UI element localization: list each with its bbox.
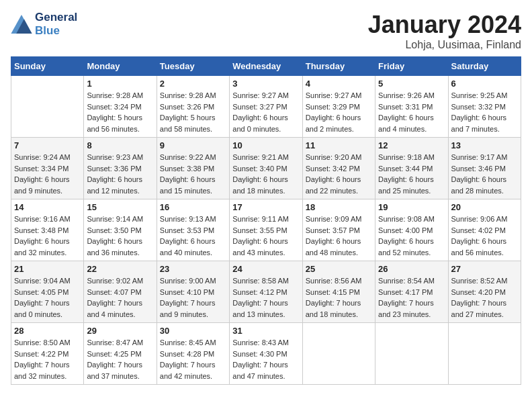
day-number: 1 xyxy=(87,79,153,89)
day-detail: Sunrise: 8:43 AM Sunset: 4:30 PM Dayligh… xyxy=(232,337,299,381)
calendar-cell: 6Sunrise: 9:25 AM Sunset: 3:32 PM Daylig… xyxy=(448,76,521,138)
day-detail: Sunrise: 8:58 AM Sunset: 4:12 PM Dayligh… xyxy=(232,275,299,320)
day-detail: Sunrise: 9:24 AM Sunset: 3:34 PM Dayligh… xyxy=(14,152,81,196)
day-detail: Sunrise: 9:23 AM Sunset: 3:36 PM Dayligh… xyxy=(87,152,153,196)
header: General Blue January 2024 Lohja, Uusimaa… xyxy=(11,11,521,51)
calendar-cell: 5Sunrise: 9:26 AM Sunset: 3:31 PM Daylig… xyxy=(375,76,448,138)
calendar-cell xyxy=(11,76,84,138)
day-detail: Sunrise: 9:06 AM Sunset: 4:02 PM Dayligh… xyxy=(451,214,518,258)
calendar-cell: 19Sunrise: 9:08 AM Sunset: 4:00 PM Dayli… xyxy=(375,199,448,261)
calendar-cell: 14Sunrise: 9:16 AM Sunset: 3:48 PM Dayli… xyxy=(11,199,84,261)
week-row-3: 14Sunrise: 9:16 AM Sunset: 3:48 PM Dayli… xyxy=(11,199,521,261)
calendar-cell: 15Sunrise: 9:14 AM Sunset: 3:50 PM Dayli… xyxy=(84,199,157,261)
day-detail: Sunrise: 8:54 AM Sunset: 4:17 PM Dayligh… xyxy=(378,275,445,320)
day-number: 5 xyxy=(378,79,445,89)
weekday-header-thursday: Thursday xyxy=(302,57,375,76)
calendar-cell: 4Sunrise: 9:27 AM Sunset: 3:29 PM Daylig… xyxy=(302,76,375,138)
week-row-4: 21Sunrise: 9:04 AM Sunset: 4:05 PM Dayli… xyxy=(11,261,521,323)
day-detail: Sunrise: 9:27 AM Sunset: 3:27 PM Dayligh… xyxy=(232,90,299,134)
calendar-cell xyxy=(302,323,375,385)
day-number: 12 xyxy=(378,140,445,150)
day-detail: Sunrise: 9:22 AM Sunset: 3:38 PM Dayligh… xyxy=(160,152,226,196)
day-detail: Sunrise: 9:14 AM Sunset: 3:50 PM Dayligh… xyxy=(87,214,153,258)
day-number: 15 xyxy=(87,202,153,212)
calendar-cell: 10Sunrise: 9:21 AM Sunset: 3:40 PM Dayli… xyxy=(230,138,302,199)
calendar-cell: 21Sunrise: 9:04 AM Sunset: 4:05 PM Dayli… xyxy=(11,261,84,323)
day-number: 25 xyxy=(306,264,372,274)
day-number: 27 xyxy=(451,264,518,274)
calendar-cell: 26Sunrise: 8:54 AM Sunset: 4:17 PM Dayli… xyxy=(375,261,448,323)
calendar-cell: 27Sunrise: 8:52 AM Sunset: 4:20 PM Dayli… xyxy=(448,261,521,323)
weekday-header-row: SundayMondayTuesdayWednesdayThursdayFrid… xyxy=(11,57,521,76)
day-detail: Sunrise: 8:47 AM Sunset: 4:25 PM Dayligh… xyxy=(87,337,153,381)
calendar-cell: 9Sunrise: 9:22 AM Sunset: 3:38 PM Daylig… xyxy=(157,138,229,199)
calendar-cell xyxy=(375,323,448,385)
calendar-cell: 28Sunrise: 8:50 AM Sunset: 4:22 PM Dayli… xyxy=(11,323,84,385)
day-number: 11 xyxy=(306,140,372,150)
day-number: 10 xyxy=(232,140,299,150)
calendar-cell: 30Sunrise: 8:45 AM Sunset: 4:28 PM Dayli… xyxy=(157,323,229,385)
calendar-cell: 24Sunrise: 8:58 AM Sunset: 4:12 PM Dayli… xyxy=(230,261,302,323)
calendar-cell: 1Sunrise: 9:28 AM Sunset: 3:24 PM Daylig… xyxy=(84,76,157,138)
day-detail: Sunrise: 9:28 AM Sunset: 3:24 PM Dayligh… xyxy=(87,90,153,134)
calendar-cell: 3Sunrise: 9:27 AM Sunset: 3:27 PM Daylig… xyxy=(230,76,302,138)
calendar-cell: 8Sunrise: 9:23 AM Sunset: 3:36 PM Daylig… xyxy=(84,138,157,199)
calendar-cell: 22Sunrise: 9:02 AM Sunset: 4:07 PM Dayli… xyxy=(84,261,157,323)
day-detail: Sunrise: 9:16 AM Sunset: 3:48 PM Dayligh… xyxy=(14,214,81,258)
day-detail: Sunrise: 9:09 AM Sunset: 3:57 PM Dayligh… xyxy=(306,214,372,258)
day-number: 16 xyxy=(160,202,226,212)
weekday-header-friday: Friday xyxy=(375,57,448,76)
day-detail: Sunrise: 8:56 AM Sunset: 4:15 PM Dayligh… xyxy=(306,275,372,320)
logo: General Blue xyxy=(11,11,77,37)
day-number: 29 xyxy=(87,326,153,336)
day-number: 4 xyxy=(306,79,372,89)
calendar-title: January 2024 xyxy=(368,11,521,39)
day-number: 28 xyxy=(14,326,81,336)
logo-line2: Blue xyxy=(35,24,77,38)
calendar-cell: 31Sunrise: 8:43 AM Sunset: 4:30 PM Dayli… xyxy=(230,323,302,385)
day-number: 24 xyxy=(232,264,299,274)
day-detail: Sunrise: 9:26 AM Sunset: 3:31 PM Dayligh… xyxy=(378,90,445,134)
weekday-header-wednesday: Wednesday xyxy=(230,57,302,76)
calendar-cell xyxy=(448,323,521,385)
day-number: 2 xyxy=(160,79,226,89)
calendar-cell: 2Sunrise: 9:28 AM Sunset: 3:26 PM Daylig… xyxy=(157,76,229,138)
day-detail: Sunrise: 9:25 AM Sunset: 3:32 PM Dayligh… xyxy=(451,90,518,134)
day-number: 21 xyxy=(14,264,81,274)
calendar-table: SundayMondayTuesdayWednesdayThursdayFrid… xyxy=(11,56,521,385)
day-detail: Sunrise: 9:17 AM Sunset: 3:46 PM Dayligh… xyxy=(451,152,518,196)
day-number: 31 xyxy=(232,326,299,336)
calendar-cell: 25Sunrise: 8:56 AM Sunset: 4:15 PM Dayli… xyxy=(302,261,375,323)
logo-icon xyxy=(11,15,32,34)
day-number: 3 xyxy=(232,79,299,89)
day-detail: Sunrise: 9:27 AM Sunset: 3:29 PM Dayligh… xyxy=(306,90,372,134)
day-detail: Sunrise: 9:11 AM Sunset: 3:55 PM Dayligh… xyxy=(232,214,299,258)
day-number: 23 xyxy=(160,264,226,274)
calendar-cell: 29Sunrise: 8:47 AM Sunset: 4:25 PM Dayli… xyxy=(84,323,157,385)
weekday-header-saturday: Saturday xyxy=(448,57,521,76)
week-row-5: 28Sunrise: 8:50 AM Sunset: 4:22 PM Dayli… xyxy=(11,323,521,385)
day-number: 26 xyxy=(378,264,445,274)
day-detail: Sunrise: 9:02 AM Sunset: 4:07 PM Dayligh… xyxy=(87,275,153,320)
day-number: 19 xyxy=(378,202,445,212)
day-detail: Sunrise: 8:50 AM Sunset: 4:22 PM Dayligh… xyxy=(14,337,81,381)
week-row-2: 7Sunrise: 9:24 AM Sunset: 3:34 PM Daylig… xyxy=(11,138,521,199)
day-detail: Sunrise: 9:00 AM Sunset: 4:10 PM Dayligh… xyxy=(160,275,226,320)
calendar-cell: 23Sunrise: 9:00 AM Sunset: 4:10 PM Dayli… xyxy=(157,261,229,323)
title-area: January 2024 Lohja, Uusimaa, Finland xyxy=(368,11,521,51)
day-number: 13 xyxy=(451,140,518,150)
day-number: 9 xyxy=(160,140,226,150)
calendar-cell: 16Sunrise: 9:13 AM Sunset: 3:53 PM Dayli… xyxy=(157,199,229,261)
day-detail: Sunrise: 8:52 AM Sunset: 4:20 PM Dayligh… xyxy=(451,275,518,320)
calendar-cell: 11Sunrise: 9:20 AM Sunset: 3:42 PM Dayli… xyxy=(302,138,375,199)
day-detail: Sunrise: 9:20 AM Sunset: 3:42 PM Dayligh… xyxy=(306,152,372,196)
day-number: 14 xyxy=(14,202,81,212)
calendar-subtitle: Lohja, Uusimaa, Finland xyxy=(368,39,521,51)
week-row-1: 1Sunrise: 9:28 AM Sunset: 3:24 PM Daylig… xyxy=(11,76,521,138)
day-number: 8 xyxy=(87,140,153,150)
day-detail: Sunrise: 9:18 AM Sunset: 3:44 PM Dayligh… xyxy=(378,152,445,196)
calendar-cell: 18Sunrise: 9:09 AM Sunset: 3:57 PM Dayli… xyxy=(302,199,375,261)
weekday-header-monday: Monday xyxy=(84,57,157,76)
day-number: 22 xyxy=(87,264,153,274)
day-number: 17 xyxy=(232,202,299,212)
